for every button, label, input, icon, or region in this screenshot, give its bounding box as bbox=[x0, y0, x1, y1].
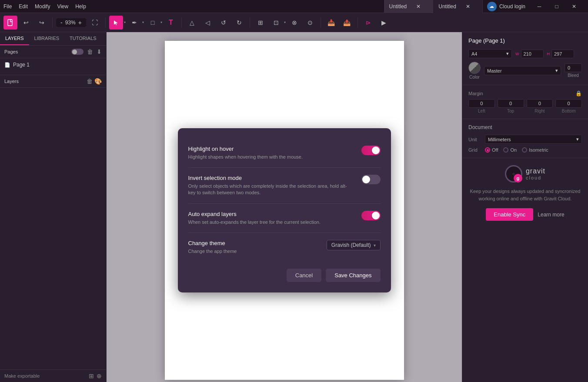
learn-more-link[interactable]: Learn more bbox=[538, 212, 564, 218]
minimize-button[interactable]: ─ bbox=[536, 3, 543, 10]
cloud-logo-text: gravit bbox=[526, 167, 545, 175]
page-size-select[interactable]: A4 ▾ bbox=[468, 49, 512, 58]
triangle-tool[interactable]: △ bbox=[185, 16, 199, 30]
rotate-ccw-button[interactable]: ↺ bbox=[217, 16, 231, 30]
page-icon: 📄 bbox=[4, 62, 10, 68]
master-value: Master bbox=[487, 68, 502, 73]
auto-expand-row: Auto expand layers When set auto-expands… bbox=[188, 204, 381, 233]
invert-toggle[interactable] bbox=[361, 175, 381, 184]
margin-right-value[interactable]: 0 bbox=[527, 99, 553, 108]
export-grid-button[interactable]: ⊞ bbox=[89, 372, 94, 379]
unit-select[interactable]: Millimeters ▾ bbox=[485, 135, 582, 144]
enable-sync-button[interactable]: Enable Sync bbox=[486, 208, 533, 221]
grid-off-dot bbox=[485, 147, 490, 153]
grid-isometric-option[interactable]: Isometric bbox=[522, 147, 548, 153]
cloud-section: ⁘ g gravit cloud Keep your designs alway… bbox=[462, 158, 588, 228]
tab-label-1: Untitled bbox=[389, 3, 407, 10]
select-tool[interactable] bbox=[109, 16, 123, 30]
shape-tool[interactable]: □ bbox=[146, 16, 160, 30]
export-add-button[interactable]: ⊕ bbox=[97, 372, 102, 379]
tab-untitled-1[interactable]: Untitled ✕ bbox=[384, 0, 434, 13]
group-button[interactable]: ⊞ bbox=[254, 16, 267, 30]
flip-h-button[interactable]: ◁ bbox=[201, 16, 215, 30]
menu-help[interactable]: Help bbox=[75, 3, 86, 10]
add-layer-button[interactable]: 🎨 bbox=[94, 78, 102, 85]
fit-page-button[interactable]: ⛶ bbox=[88, 16, 102, 30]
page-section-title: Page (Page 1) bbox=[468, 37, 582, 44]
sidebar-tab-layers[interactable]: LAYERS bbox=[0, 32, 29, 45]
menu-modify[interactable]: Modify bbox=[35, 3, 50, 10]
close-button[interactable]: ✕ bbox=[571, 3, 578, 10]
sidebar-tab-libraries[interactable]: LIBRARIES bbox=[29, 32, 64, 45]
color-group: Color bbox=[468, 62, 481, 80]
invert-title: Invert selection mode bbox=[188, 175, 354, 181]
text-tool[interactable]: T bbox=[164, 16, 178, 30]
save-changes-button[interactable]: Save Changes bbox=[326, 269, 380, 282]
bleed-input[interactable] bbox=[565, 63, 582, 72]
highlight-title: Highlight on hover bbox=[188, 146, 354, 152]
undo-button[interactable]: ↩ bbox=[19, 16, 33, 30]
master-select[interactable]: Master ▾ bbox=[484, 66, 561, 75]
cancel-button[interactable]: Cancel bbox=[287, 269, 321, 282]
auto-expand-toggle[interactable] bbox=[361, 211, 381, 220]
margin-left-value[interactable]: 0 bbox=[468, 99, 495, 108]
margin-grid: 0 Left 0 Top 0 Right 0 Bottom bbox=[468, 99, 582, 113]
import-button[interactable]: 📥 bbox=[324, 16, 338, 30]
delete-page-button[interactable]: 🗑 bbox=[87, 48, 93, 55]
extra-tool-arrow[interactable]: ▾ bbox=[284, 20, 286, 24]
pages-toggle[interactable] bbox=[71, 49, 84, 55]
height-input[interactable] bbox=[551, 50, 574, 58]
tab-untitled-2[interactable]: Untitled ✕ bbox=[433, 0, 483, 13]
export-button[interactable]: 📤 bbox=[340, 16, 354, 30]
tab-close-1[interactable]: ✕ bbox=[416, 3, 421, 10]
theme-dropdown-arrow: ▾ bbox=[374, 243, 376, 248]
cloud-login-label[interactable]: Cloud login bbox=[499, 3, 525, 10]
unit-arrow: ▾ bbox=[576, 136, 579, 142]
new-doc-button[interactable] bbox=[3, 16, 17, 30]
zoom-out-button[interactable]: - bbox=[60, 19, 63, 26]
page-item-1[interactable]: 📄 Page 1 bbox=[0, 60, 106, 70]
grid-off-label: Off bbox=[492, 147, 498, 153]
page-size-value: A4 bbox=[471, 51, 477, 56]
mask-button[interactable]: ⊙ bbox=[303, 16, 317, 30]
grid-on-option[interactable]: On bbox=[503, 147, 517, 153]
invert-desc: Only select objects which are completely… bbox=[188, 183, 354, 196]
zoom-value: 93% bbox=[65, 20, 76, 26]
tab-close-2[interactable]: ✕ bbox=[466, 3, 470, 10]
margin-top-value[interactable]: 0 bbox=[498, 99, 524, 108]
margin-bottom-value[interactable]: 0 bbox=[555, 99, 582, 108]
highlight-toggle[interactable] bbox=[361, 146, 381, 155]
delete-layer-button[interactable]: 🗑 bbox=[87, 78, 93, 85]
cloud-description: Keep your designs always updated and syn… bbox=[468, 188, 582, 202]
zoom-in-button[interactable]: + bbox=[77, 19, 83, 26]
theme-value: Gravish (Default) bbox=[331, 242, 371, 248]
shape-tool-arrow[interactable]: ▾ bbox=[160, 20, 162, 24]
select-tool-arrow[interactable]: ▾ bbox=[124, 20, 126, 24]
redo-button[interactable]: ↪ bbox=[35, 16, 49, 30]
grid-on-dot bbox=[503, 147, 508, 153]
pen-tool-arrow[interactable]: ▾ bbox=[142, 20, 144, 24]
add-page-button[interactable]: ⬇ bbox=[97, 48, 102, 55]
margin-lock-icon[interactable]: 🔒 bbox=[575, 90, 582, 96]
menu-edit[interactable]: Edit bbox=[19, 3, 28, 10]
margin-right-label: Right bbox=[527, 109, 553, 113]
document-label: Document bbox=[468, 124, 582, 130]
separator-1 bbox=[52, 17, 53, 28]
page-size-arrow: ▾ bbox=[506, 51, 509, 56]
rotate-cw-button[interactable]: ↻ bbox=[232, 16, 246, 30]
auto-expand-title: Auto expand layers bbox=[188, 211, 354, 217]
width-input[interactable] bbox=[521, 50, 544, 58]
theme-select[interactable]: Gravish (Default) ▾ bbox=[327, 240, 381, 250]
menu-file[interactable]: File bbox=[3, 3, 12, 10]
boolean-button[interactable]: ⊗ bbox=[287, 16, 301, 30]
margin-left-label: Left bbox=[468, 109, 495, 113]
grid-off-option[interactable]: Off bbox=[485, 147, 498, 153]
history-button[interactable]: ⊳ bbox=[361, 16, 375, 30]
pen-tool[interactable]: ✒ bbox=[127, 16, 141, 30]
sidebar-tab-tutorials[interactable]: TUTORIALS bbox=[64, 32, 102, 45]
play-button[interactable]: ▶ bbox=[377, 16, 391, 30]
color-swatch[interactable] bbox=[468, 62, 481, 74]
maximize-button[interactable]: □ bbox=[553, 3, 560, 10]
extra-tool[interactable]: ⊡ bbox=[269, 16, 283, 30]
menu-view[interactable]: View bbox=[57, 3, 68, 10]
